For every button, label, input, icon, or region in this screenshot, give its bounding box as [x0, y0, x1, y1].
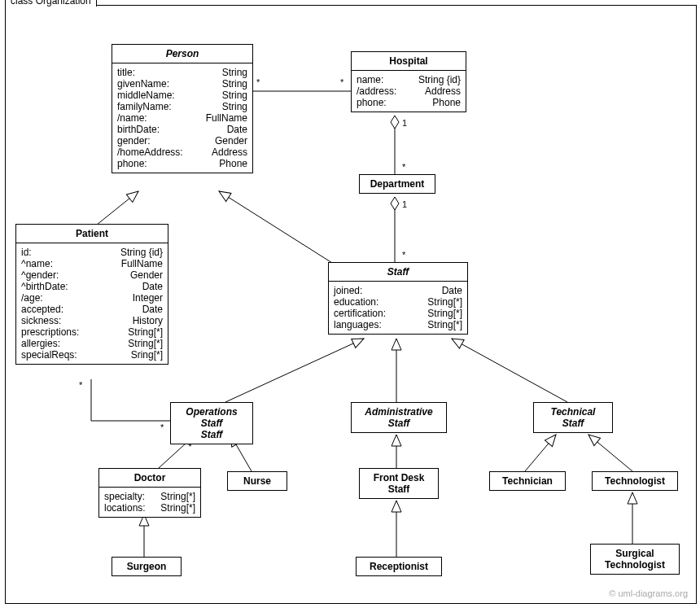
class-technologist-name: Technologist [593, 472, 677, 490]
class-technologist: Technologist [592, 471, 678, 491]
class-staff-attrs: joined:Date education:String[*] certific… [329, 282, 467, 334]
watermark: © uml-diagrams.org [609, 588, 688, 598]
svg-line-7 [452, 339, 567, 402]
class-admin-staff-name: AdministrativeStaff [352, 403, 446, 432]
class-receptionist-name: Receptionist [357, 558, 441, 575]
class-surgeon-name: Surgeon [112, 558, 181, 575]
svg-line-12 [588, 435, 632, 471]
class-front-desk-name: Front DeskStaff [360, 469, 438, 498]
class-admin-staff: AdministrativeStaff [351, 402, 447, 433]
svg-line-5 [225, 339, 364, 402]
class-patient-name: Patient [16, 225, 168, 243]
class-person-attrs: title:String givenName:String middleName… [112, 63, 252, 173]
class-hospital-attrs: name:String {id} /address:Address phone:… [352, 71, 466, 112]
class-doctor-attrs: specialty:String[*] locations:String[*] [99, 488, 200, 517]
class-technician: Technician [489, 471, 566, 491]
mult-patient-ops-bot: * [160, 422, 164, 432]
class-doctor: Doctor specialty:String[*] locations:Str… [98, 468, 201, 518]
class-staff: Staff joined:Date education:String[*] ce… [328, 262, 468, 335]
class-ops-staff: Operations StaffStaff [170, 402, 253, 444]
svg-line-11 [525, 435, 556, 471]
class-department: Department [359, 174, 435, 194]
class-nurse-name: Nurse [228, 472, 287, 490]
package-name: class Organization [5, 0, 97, 7]
class-hospital: Hospital name:String {id} /address:Addre… [351, 51, 466, 112]
class-patient: Patient id:String {id} ^name:FullName ^g… [15, 224, 168, 365]
class-front-desk: Front DeskStaff [359, 468, 439, 499]
class-doctor-name: Doctor [99, 469, 200, 488]
class-person-name: Person [112, 45, 252, 63]
class-person: Person title:String givenName:String mid… [112, 44, 253, 173]
class-technician-name: Technician [490, 472, 565, 490]
mult-hosp-dept-1: 1 [402, 118, 407, 128]
package-frame: class Organization [5, 5, 697, 604]
mult-hosp-dept-star: * [402, 162, 405, 172]
class-staff-name: Staff [329, 263, 467, 282]
mult-person-hospital-l: * [256, 77, 260, 87]
mult-dept-staff-star: * [402, 250, 405, 260]
class-surgeon: Surgeon [112, 557, 182, 576]
svg-line-4 [219, 191, 339, 267]
mult-person-hospital-r: * [340, 77, 343, 87]
class-ops-staff-name: Operations StaffStaff [171, 403, 252, 444]
class-surgical-tech-name: SurgicalTechnologist [591, 545, 679, 574]
class-hospital-name: Hospital [352, 52, 466, 71]
class-surgical-tech: SurgicalTechnologist [590, 544, 680, 575]
svg-line-3 [97, 191, 138, 225]
mult-patient-ops-top: * [79, 380, 82, 390]
class-department-name: Department [360, 175, 435, 193]
class-nurse: Nurse [227, 471, 287, 491]
mult-dept-staff-1: 1 [402, 199, 407, 209]
class-receptionist: Receptionist [356, 557, 442, 576]
class-tech-staff: TechnicalStaff [533, 402, 613, 433]
class-patient-attrs: id:String {id} ^name:FullName ^gender:Ge… [16, 243, 168, 364]
class-tech-staff-name: TechnicalStaff [534, 403, 612, 432]
